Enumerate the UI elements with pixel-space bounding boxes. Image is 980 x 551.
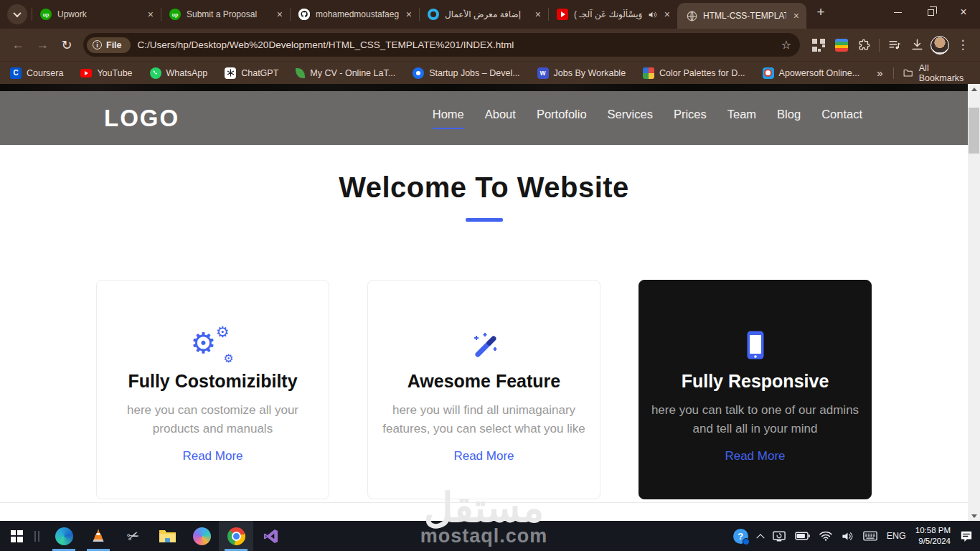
bookmark-label: WhatsApp <box>166 68 208 78</box>
close-icon[interactable]: × <box>275 9 284 20</box>
scrollbar-thumb[interactable] <box>969 108 979 154</box>
taskbar-copilot[interactable] <box>184 521 219 551</box>
scroll-up-arrow[interactable] <box>968 84 980 94</box>
bookmark-overleaf-cv[interactable]: My CV - Online LaT... <box>296 68 395 78</box>
forward-button[interactable]: → <box>30 33 55 57</box>
window-controls: × <box>881 0 980 24</box>
back-button[interactable]: ← <box>6 33 30 57</box>
card-title: Fully Costomizibilty <box>97 371 329 392</box>
taskbar-clock[interactable]: 10:58 PM 9/5/2024 <box>915 525 951 547</box>
close-icon[interactable]: × <box>534 9 542 20</box>
bookmark-label: YouTube <box>97 68 132 78</box>
nav-contact[interactable]: Contact <box>821 108 862 129</box>
extension-colorstack-icon[interactable] <box>830 34 853 57</box>
language-indicator[interactable]: ENG <box>887 531 906 541</box>
battery-icon[interactable] <box>795 532 810 540</box>
tray-chevron-up-icon[interactable] <box>758 533 763 539</box>
address-bar[interactable]: i File C:/Users/hp/Desktop/Web%20Develop… <box>83 33 800 57</box>
bookmark-youtube[interactable]: YouTube <box>80 68 132 78</box>
notification-center-icon[interactable] <box>960 530 973 542</box>
read-more-link[interactable]: Read More <box>453 449 514 463</box>
card-awesome-feature: Awesome Feature here you will find all u… <box>367 280 600 499</box>
tab-search-button[interactable] <box>7 4 27 24</box>
bookmark-chatgpt[interactable]: ChatGPT <box>225 67 278 79</box>
nav-team[interactable]: Team <box>727 108 756 129</box>
close-icon[interactable]: × <box>146 9 155 20</box>
avatar <box>930 36 949 55</box>
close-icon[interactable]: × <box>792 10 801 22</box>
window-minimize-button[interactable] <box>881 0 914 24</box>
tab-mostaql[interactable]: إضافة معرض الأعمال × <box>419 0 548 29</box>
tab-submit-proposal[interactable]: up Submit a Proposal × <box>161 0 290 29</box>
taskbar-vlc[interactable] <box>81 521 116 551</box>
tab-youtube[interactable]: ( وَيسْأَلُونك عَن آلجـ × <box>548 0 677 29</box>
feature-cards: ⚙⚙⚙ Fully Costomizibilty here you can co… <box>96 280 872 499</box>
all-bookmarks-button[interactable]: All Bookmarks <box>903 63 970 83</box>
downloads-icon[interactable] <box>905 34 928 57</box>
workable-icon: w <box>537 67 549 79</box>
site-info-chip[interactable]: i File <box>87 37 131 53</box>
media-controls-icon[interactable] <box>882 34 905 57</box>
tab-github[interactable]: mohamedmoustafaeg × <box>290 0 419 29</box>
bookmark-color-palettes[interactable]: Color Palettes for D... <box>643 67 745 79</box>
palette-icon <box>643 67 654 79</box>
bookmark-apowersoft[interactable]: Apowersoft Online... <box>763 67 860 79</box>
url-text[interactable]: C:/Users/hp/Desktop/Web%20Development/HT… <box>138 39 776 50</box>
wifi-icon[interactable] <box>819 531 832 541</box>
taskbar-edge[interactable] <box>47 521 81 551</box>
card-fully-customizability: ⚙⚙⚙ Fully Costomizibilty here you can co… <box>96 280 329 499</box>
scroll-down-arrow[interactable] <box>968 511 980 521</box>
new-tab-button[interactable]: + <box>811 2 831 22</box>
qr-code-icon[interactable] <box>807 34 830 57</box>
globe-favicon <box>686 10 697 22</box>
get-help-icon[interactable]: ? <box>733 529 748 544</box>
taskbar-snipping-tool[interactable]: ✂ <box>116 521 150 551</box>
bookmark-coursera[interactable]: CCoursera <box>10 67 63 79</box>
github-mark <box>298 9 310 20</box>
bookmark-workable[interactable]: wJobs By Workable <box>537 67 626 79</box>
window-close-button[interactable]: × <box>947 0 980 24</box>
magic-wand-icon <box>368 325 600 365</box>
close-icon[interactable]: × <box>405 9 413 20</box>
nav-services[interactable]: Services <box>608 108 653 129</box>
extensions-puzzle-icon[interactable] <box>853 34 876 57</box>
edge-icon <box>55 527 73 545</box>
overleaf-leaf-icon <box>296 68 305 78</box>
bookmarks-overflow-icon[interactable]: » <box>877 67 882 79</box>
tab-html-css-template[interactable]: HTML-CSS-TEMPLATE × <box>677 3 806 29</box>
bookmark-startup-jobs[interactable]: Startup Jobs – Devel... <box>413 67 519 79</box>
card-body: here you will find all unimagainary feat… <box>380 401 589 438</box>
nav-about[interactable]: About <box>485 108 516 129</box>
close-icon[interactable]: × <box>663 9 672 20</box>
tab-upwork[interactable]: up Upwork × <box>32 0 161 29</box>
bookmark-label: ChatGPT <box>241 68 278 78</box>
nav-blog[interactable]: Blog <box>777 108 801 129</box>
all-bookmarks-label: All Bookmarks <box>919 63 970 83</box>
chrome-menu-kebab-icon[interactable]: ⋮ <box>951 34 974 57</box>
taskbar-file-explorer[interactable] <box>150 521 184 551</box>
nav-prices[interactable]: Prices <box>674 108 707 129</box>
vlc-icon <box>90 527 107 545</box>
touch-keyboard-icon[interactable] <box>863 531 877 541</box>
window-restore-button[interactable] <box>914 0 947 24</box>
volume-icon[interactable] <box>842 531 854 542</box>
audio-speaker-icon[interactable] <box>648 10 657 19</box>
taskbar-visual-studio[interactable] <box>253 521 288 551</box>
coursera-icon: C <box>10 67 22 79</box>
bookmark-star-icon[interactable]: ☆ <box>781 38 791 52</box>
profile-avatar[interactable] <box>928 34 951 57</box>
read-more-link[interactable]: Read More <box>725 449 785 463</box>
site-logo[interactable]: LOGO <box>104 105 179 132</box>
bookmark-whatsapp[interactable]: WhatsApp <box>150 67 208 79</box>
reload-button[interactable]: ↻ <box>55 33 79 57</box>
start-button[interactable] <box>0 521 33 551</box>
taskbar-chrome[interactable] <box>219 521 253 551</box>
play-icon <box>561 11 565 17</box>
nav-portfolio[interactable]: Portofolio <box>537 108 587 129</box>
read-more-link[interactable]: Read More <box>182 449 242 463</box>
page-scrollbar[interactable] <box>968 84 980 521</box>
nav-home[interactable]: Home <box>433 108 464 129</box>
chevron-down-icon <box>13 9 21 17</box>
bookmark-label: My CV - Online LaT... <box>310 68 395 78</box>
cast-screen-icon[interactable] <box>773 531 786 542</box>
